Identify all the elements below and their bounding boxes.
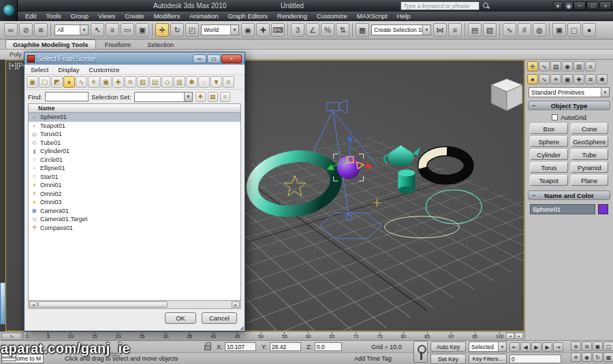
timeline-tick[interactable]: 30 <box>163 332 169 340</box>
list-item[interactable]: ✛Compass01 <box>29 224 240 233</box>
previous-frame-button[interactable]: ◀ <box>520 342 531 352</box>
schematic-view-icon[interactable]: # <box>518 23 531 37</box>
name-and-color-rollout[interactable]: − Name and Color <box>528 191 610 200</box>
edit-named-selection-sets-icon[interactable]: ▦ <box>356 23 369 37</box>
view-cube[interactable] <box>491 79 522 111</box>
bind-to-space-warp-icon[interactable]: ≋ <box>34 23 48 37</box>
object-button-sphere[interactable]: Sphere <box>530 136 568 147</box>
star-shape[interactable] <box>284 176 306 196</box>
select-dependents-icon[interactable]: ≡ <box>220 92 230 102</box>
torus-object[interactable] <box>249 150 341 217</box>
selection-filter-icon[interactable]: ▼ <box>210 76 222 88</box>
dialog-close-button[interactable]: × <box>221 54 242 63</box>
timeline-tick[interactable]: 25 <box>140 332 145 340</box>
dialog-title-bar[interactable]: Select From Scene ─□× <box>25 52 245 65</box>
timeline-tick[interactable]: 80 <box>400 332 406 340</box>
timeline-tick[interactable]: 65 <box>330 332 335 340</box>
named-selection-set-dropdown[interactable]: Create Selection Se▾ <box>371 24 431 35</box>
utilities-tab-icon[interactable]: ≡ <box>585 61 596 71</box>
display-all-icon[interactable]: ▣ <box>27 76 38 88</box>
systems-category-icon[interactable]: ✱ <box>597 74 608 84</box>
dialog-maximize-button[interactable]: □ <box>207 54 221 63</box>
display-containers-icon[interactable]: ▥ <box>174 76 185 88</box>
display-shapes-icon[interactable]: ∿ <box>76 76 87 88</box>
menu-item-group[interactable]: Group <box>66 12 93 20</box>
curve-editor-icon[interactable]: ∿ <box>503 23 516 37</box>
list-item[interactable]: ✳Omni01 <box>29 181 240 190</box>
timeline-tick[interactable]: 40 <box>210 332 216 340</box>
geometry-category-icon[interactable]: ● <box>527 74 538 84</box>
display-helpers-icon[interactable]: ✚ <box>112 76 124 88</box>
current-frame-field[interactable] <box>509 354 561 363</box>
object-button-teapot[interactable]: Teapot <box>530 175 568 186</box>
selection-lock-icon[interactable] <box>204 345 211 350</box>
auto-key-button[interactable]: Auto Key <box>430 342 466 352</box>
menu-item-edit[interactable]: Edit <box>20 12 41 20</box>
maximize-viewport-icon[interactable]: ▦ <box>603 352 613 362</box>
zoom-region-icon[interactable]: ▢ <box>603 342 613 351</box>
zoom-icon[interactable]: ⊕ <box>571 342 581 351</box>
add-time-tag[interactable]: Add Time Tag <box>354 355 392 362</box>
modify-tab-icon[interactable]: ∿ <box>539 61 550 71</box>
use-pivot-point-center-icon[interactable]: ◉ <box>241 23 255 37</box>
graphite-ribbon-toggle-icon[interactable]: ▧ <box>483 23 497 37</box>
circle-shape[interactable] <box>426 190 482 224</box>
autogrid-checkbox[interactable] <box>552 114 558 120</box>
ribbon-panel-hint[interactable]: Poly <box>10 51 22 58</box>
object-button-pyramid[interactable]: Pyramid <box>571 162 609 173</box>
space-warps-category-icon[interactable]: ≋ <box>585 74 596 84</box>
display-groups-icon[interactable]: ▧ <box>137 76 148 88</box>
timeline-tick[interactable]: 90 <box>448 332 454 340</box>
cameras-category-icon[interactable]: ▣ <box>562 74 573 84</box>
select-and-manipulate-icon[interactable]: ✚ <box>256 23 270 37</box>
percent-snap-icon[interactable]: % <box>321 23 334 37</box>
display-geometry-icon[interactable]: ● <box>63 76 75 88</box>
unlink-selection-icon[interactable]: ⊘ <box>19 23 33 37</box>
rectangular-selection-region-icon[interactable]: ▭ <box>121 23 134 37</box>
infocenter-search-input[interactable] <box>400 1 480 10</box>
menu-item-tools[interactable]: Tools <box>41 12 65 20</box>
teapot-object[interactable] <box>384 146 420 166</box>
layer-manager-icon[interactable]: ▤ <box>468 23 482 37</box>
material-editor-icon[interactable]: ◍ <box>533 23 546 37</box>
display-xrefs-icon[interactable]: ▤ <box>149 76 161 88</box>
x-coordinate-field[interactable] <box>225 342 256 351</box>
column-chooser-icon[interactable]: ≡ <box>223 76 234 88</box>
object-button-cone[interactable]: Cone <box>571 123 609 134</box>
object-button-tube[interactable]: Tube <box>571 149 609 160</box>
chevron-down-icon[interactable]: ▾ <box>80 25 88 35</box>
zoom-all-icon[interactable]: ⊞ <box>582 342 592 351</box>
list-item[interactable]: ▮Cylinder01 <box>29 147 240 156</box>
dialog-menu-customize[interactable]: Customize <box>84 66 125 73</box>
selection-set-dropdown[interactable]: ▾ <box>134 92 193 102</box>
resize-grip[interactable]: ◢ <box>240 325 244 331</box>
shapes-category-icon[interactable]: ∿ <box>539 74 550 84</box>
timeline-tick[interactable]: 35 <box>187 332 192 340</box>
timeline-tick[interactable]: 0 <box>26 332 29 340</box>
timeline-tick[interactable]: 5 <box>47 332 50 340</box>
cylinder-object[interactable] <box>398 169 415 193</box>
pan-track-left-button[interactable]: ◂ <box>506 333 514 339</box>
chevron-down-icon[interactable]: ▾ <box>601 88 609 97</box>
dialog-menu-select[interactable]: Select <box>26 66 53 73</box>
scroll-left-icon[interactable]: ◂ <box>29 301 37 308</box>
chevron-down-icon[interactable]: ▾ <box>230 25 238 35</box>
timeline-tick[interactable]: 75 <box>377 332 383 340</box>
hierarchy-tab-icon[interactable]: ▤ <box>550 61 561 71</box>
chevron-down-icon[interactable]: ▾ <box>422 25 430 35</box>
field-of-view-icon[interactable]: ↻ <box>593 352 603 362</box>
menu-item-rendering[interactable]: Rendering <box>272 12 312 20</box>
ok-button[interactable]: OK <box>165 312 196 324</box>
select-and-link-icon[interactable]: ∞ <box>4 23 18 37</box>
set-key-button[interactable]: Set Key <box>430 354 466 364</box>
timeline-tick[interactable]: 100 <box>496 332 504 340</box>
render-production-icon[interactable]: ● <box>582 23 596 37</box>
scrollbar-thumb[interactable] <box>38 301 168 308</box>
ellipse-shape[interactable] <box>385 216 460 238</box>
scroll-right-icon[interactable]: ▸ <box>232 301 240 308</box>
list-item[interactable]: ◍Torus01 <box>29 130 240 139</box>
object-color-swatch[interactable] <box>598 204 608 214</box>
timeline[interactable]: ∿ 05101520253035404550556065707580859095… <box>0 331 524 340</box>
close-button[interactable]: × <box>599 1 612 10</box>
tab-freeform[interactable]: Freeform <box>97 39 139 49</box>
